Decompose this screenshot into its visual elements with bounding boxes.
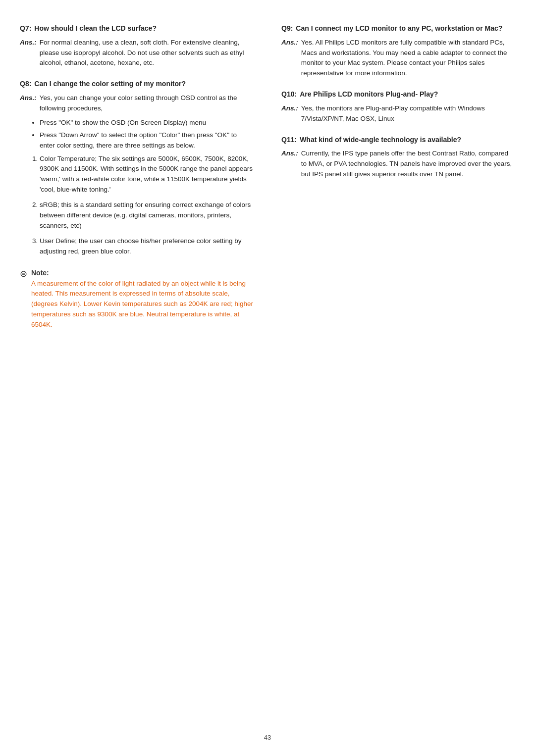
note-text: A measurement of the color of light radi…: [31, 279, 254, 331]
a11-text: Currently, the IPS type panels offer the…: [301, 149, 515, 180]
note-title: Note:: [31, 268, 254, 279]
q8-block: Q8: Can I change the color setting of my…: [20, 79, 254, 257]
a7-answer: Ans.: For normal cleaning, use a clean, …: [20, 38, 254, 69]
note-content: Note: A measurement of the color of ligh…: [31, 268, 254, 330]
list-item: User Define; the user can choose his/her…: [40, 236, 254, 257]
a10-label: Ans.:: [281, 103, 298, 124]
a8-answer-intro: Ans.: Yes, you can change your color set…: [20, 93, 254, 114]
a8-intro-text: Yes, you can change your color setting t…: [40, 93, 254, 114]
q9-text: Can I connect my LCD monitor to any PC, …: [296, 24, 502, 34]
a8-bullet-list: Press "OK" to show the OSD (On Screen Di…: [40, 118, 254, 151]
a9-text: Yes. All Philips LCD monitors are fully …: [301, 38, 515, 79]
q11-question: Q11: What kind of wide-angle technology …: [281, 135, 515, 145]
a9-answer: Ans.: Yes. All Philips LCD monitors are …: [281, 38, 515, 79]
q10-block: Q10: Are Philips LCD monitors Plug-and- …: [281, 90, 515, 124]
note-icon: ⊜: [20, 268, 27, 279]
a7-text: For normal cleaning, use a clean, soft c…: [40, 38, 254, 69]
a7-label: Ans.:: [20, 38, 37, 69]
list-item: sRGB; this is a standard setting for ens…: [40, 200, 254, 231]
a8-numbered-list: Color Temperature; The six settings are …: [40, 154, 254, 257]
a10-answer: Ans.: Yes, the monitors are Plug-and-Pla…: [281, 103, 515, 124]
list-item: Color Temperature; The six settings are …: [40, 154, 254, 196]
q7-block: Q7: How should I clean the LCD surface? …: [20, 24, 254, 68]
q11-text: What kind of wide-angle technology is av…: [300, 135, 461, 145]
q10-text: Are Philips LCD monitors Plug-and- Play?: [300, 90, 438, 100]
q11-label: Q11:: [281, 135, 297, 145]
list-item: Press "Down Arrow" to select the option …: [40, 130, 254, 151]
q8-label: Q8:: [20, 79, 31, 89]
list-item: Press "OK" to show the OSD (On Screen Di…: [40, 118, 254, 128]
a10-text: Yes, the monitors are Plug-and-Play comp…: [301, 103, 515, 124]
q10-question: Q10: Are Philips LCD monitors Plug-and- …: [281, 90, 515, 100]
a9-label: Ans.:: [281, 38, 298, 79]
note-block: ⊜ Note: A measurement of the color of li…: [20, 268, 254, 330]
q11-block: Q11: What kind of wide-angle technology …: [281, 135, 515, 180]
q7-question: Q7: How should I clean the LCD surface?: [20, 24, 254, 34]
q9-question: Q9: Can I connect my LCD monitor to any …: [281, 24, 515, 34]
q10-label: Q10:: [281, 90, 297, 100]
q8-text: Can I change the color setting of my mon…: [34, 79, 186, 89]
q7-label: Q7:: [20, 24, 31, 34]
q9-label: Q9:: [281, 24, 293, 34]
page-number: 43: [264, 734, 271, 741]
a11-label: Ans.:: [281, 149, 298, 180]
a11-answer: Ans.: Currently, the IPS type panels off…: [281, 149, 515, 180]
q8-question: Q8: Can I change the color setting of my…: [20, 79, 254, 89]
a8-label: Ans.:: [20, 93, 37, 114]
q9-block: Q9: Can I connect my LCD monitor to any …: [281, 24, 515, 79]
q7-text: How should I clean the LCD surface?: [34, 24, 157, 34]
